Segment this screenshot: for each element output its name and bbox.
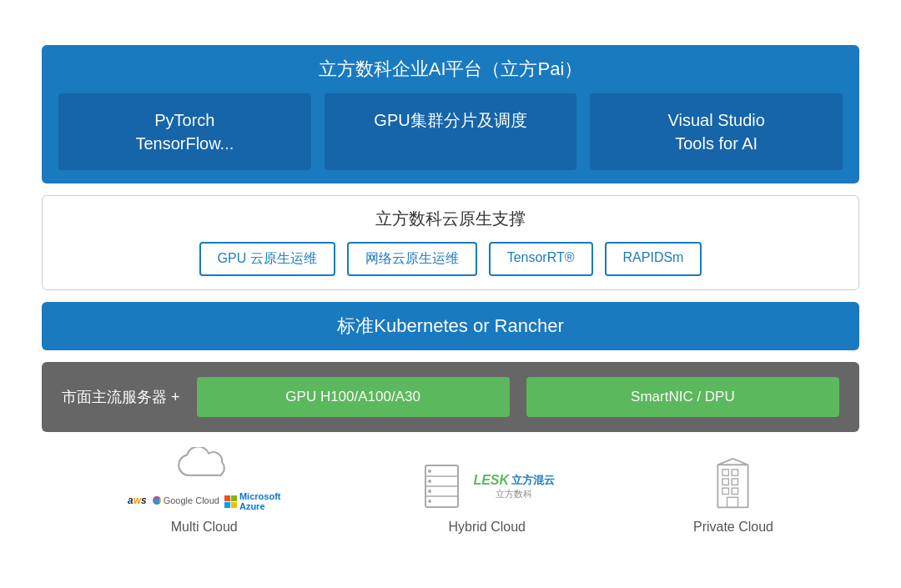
svg-rect-11: [732, 470, 738, 475]
private-cloud-icons: [710, 457, 756, 511]
main-container: 立方数科企业AI平台（立方Pai） PyTorchTensorFlow... G…: [42, 45, 859, 543]
nic-label: SmartNIC / DPU: [526, 377, 839, 417]
ai-platform-section: 立方数科企业AI平台（立方Pai） PyTorchTensorFlow... G…: [42, 45, 859, 183]
multi-cloud-icons: aws Google Cloud MicrosoftAzure: [128, 447, 281, 511]
svg-line-17: [718, 459, 733, 465]
building-icon: [710, 457, 756, 511]
aws-logo: aws: [128, 495, 147, 506]
rapids-item: RAPIDSm: [605, 242, 702, 276]
hybrid-cloud: LESK 立方混云 立方数科 Hybrid Cloud: [419, 461, 555, 535]
svg-rect-15: [732, 488, 738, 494]
pytorch-card: PyTorchTensorFlow...: [58, 93, 311, 170]
svg-rect-12: [722, 479, 728, 485]
google-cloud-logo: Google Cloud: [152, 495, 219, 505]
server-section: 市面主流服务器 + GPU H100/A100/A30 SmartNIC / D…: [42, 362, 859, 432]
server-label: 市面主流服务器 +: [62, 387, 180, 407]
svg-point-8: [428, 500, 431, 503]
network-ops-item: 网络云原生运维: [347, 242, 477, 276]
svg-rect-13: [732, 479, 738, 485]
svg-rect-16: [727, 497, 738, 507]
cloud-native-section: 立方数科云原生支撑 GPU 云原生运维 网络云原生运维 TensorRT® RA…: [42, 195, 859, 290]
multi-cloud-logos: aws Google Cloud MicrosoftAzure: [128, 490, 281, 511]
gpu-card: GPU集群分片及调度: [325, 93, 577, 170]
lesk-logo: LESK 立方混云 立方数科: [473, 473, 555, 500]
hybrid-cloud-label: Hybrid Cloud: [448, 520, 525, 535]
gpu-label: GPU H100/A100/A30: [197, 377, 510, 417]
tensorrt-item: TensorRT®: [489, 242, 593, 276]
multi-cloud: aws Google Cloud MicrosoftAzure: [128, 447, 281, 535]
cloud-native-items: GPU 云原生运维 网络云原生运维 TensorRT® RAPIDSm: [59, 242, 842, 276]
svg-line-18: [733, 459, 748, 465]
private-cloud: Private Cloud: [693, 457, 773, 535]
k8s-section: 标准Kubernetes or Rancher: [42, 302, 859, 350]
svg-point-5: [428, 470, 431, 473]
k8s-title: 标准Kubernetes or Rancher: [58, 314, 843, 339]
svg-point-6: [428, 480, 431, 483]
svg-rect-14: [722, 488, 728, 494]
cloud-types-section: aws Google Cloud MicrosoftAzure: [42, 447, 859, 543]
cloud-icon: [175, 447, 234, 485]
hybrid-cloud-icons: LESK 立方混云 立方数科: [419, 461, 555, 511]
vs-card: Visual StudioTools for AI: [590, 93, 843, 170]
gpu-ops-item: GPU 云原生运维: [199, 242, 335, 276]
private-cloud-label: Private Cloud: [693, 520, 773, 535]
svg-point-7: [428, 490, 431, 493]
microsoft-grid-icon: [224, 495, 237, 508]
platform-cards: PyTorchTensorFlow... GPU集群分片及调度 Visual S…: [58, 93, 843, 170]
platform-title: 立方数科企业AI平台（立方Pai）: [58, 57, 843, 82]
multi-cloud-label: Multi Cloud: [171, 520, 238, 535]
svg-rect-10: [722, 470, 728, 475]
azure-logo: MicrosoftAzure: [224, 491, 281, 511]
server-rack-icon: [419, 461, 465, 511]
cloud-native-title: 立方数科云原生支撑: [59, 208, 842, 230]
